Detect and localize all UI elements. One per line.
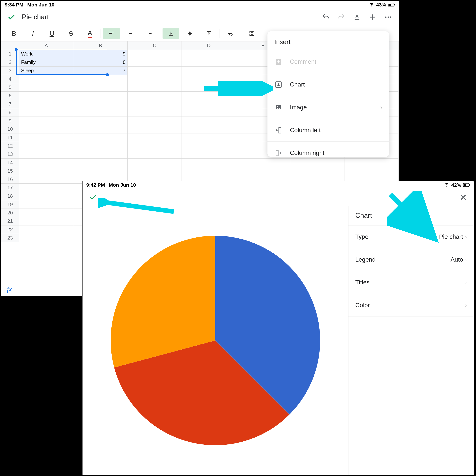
- text-format-icon[interactable]: [352, 12, 362, 22]
- cell[interactable]: [19, 92, 73, 100]
- cell[interactable]: [182, 150, 236, 158]
- row-header[interactable]: 18: [1, 192, 19, 200]
- insert-item-column-left[interactable]: Column left: [268, 119, 389, 141]
- cell[interactable]: [182, 75, 236, 83]
- cell[interactable]: [73, 167, 128, 175]
- cell[interactable]: [19, 209, 73, 217]
- cell[interactable]: [182, 167, 236, 175]
- cell[interactable]: [128, 50, 182, 58]
- plus-icon[interactable]: [367, 12, 378, 22]
- cell[interactable]: [128, 75, 182, 83]
- align-right-button[interactable]: [141, 28, 158, 39]
- cell[interactable]: 9: [73, 50, 128, 58]
- cell[interactable]: [19, 167, 73, 175]
- align-center-button[interactable]: [122, 28, 139, 39]
- cell[interactable]: [128, 67, 182, 75]
- cell[interactable]: Family: [19, 58, 73, 67]
- row-header[interactable]: 2: [1, 58, 19, 67]
- cell[interactable]: [128, 167, 182, 175]
- cell[interactable]: [128, 158, 182, 167]
- undo-icon[interactable]: [321, 12, 331, 22]
- cell[interactable]: [182, 158, 236, 167]
- cell[interactable]: [73, 134, 128, 142]
- done-check-icon[interactable]: [6, 12, 17, 22]
- row-header[interactable]: 4: [1, 75, 19, 83]
- row-header[interactable]: 12: [1, 142, 19, 150]
- row-header[interactable]: 23: [1, 234, 19, 242]
- cell[interactable]: 7: [73, 67, 128, 75]
- row-header[interactable]: 8: [1, 108, 19, 117]
- cell[interactable]: [182, 117, 236, 125]
- fx-icon[interactable]: fx: [1, 282, 18, 296]
- insert-item-image[interactable]: Image›: [268, 96, 389, 119]
- cell[interactable]: [128, 134, 182, 142]
- cell[interactable]: [73, 117, 128, 125]
- row-header[interactable]: 1: [1, 50, 19, 58]
- insert-item-column-right[interactable]: Column right: [268, 141, 389, 157]
- row-header[interactable]: 7: [1, 100, 19, 108]
- cell[interactable]: [128, 150, 182, 158]
- cell[interactable]: [19, 75, 73, 83]
- cell[interactable]: [182, 142, 236, 150]
- cell[interactable]: [19, 134, 73, 142]
- col-header[interactable]: D: [182, 41, 236, 50]
- cell[interactable]: [19, 158, 73, 167]
- cell[interactable]: [344, 167, 398, 175]
- cell[interactable]: [182, 134, 236, 142]
- valign-bottom-button[interactable]: [163, 28, 179, 39]
- valign-middle-button[interactable]: [182, 28, 198, 39]
- cell[interactable]: [73, 125, 128, 134]
- bold-button[interactable]: B: [5, 28, 22, 39]
- row-header[interactable]: 20: [1, 209, 19, 217]
- italic-button[interactable]: I: [25, 28, 41, 39]
- row-header[interactable]: 16: [1, 175, 19, 184]
- cell[interactable]: [236, 167, 290, 175]
- cell[interactable]: [182, 67, 236, 75]
- cell[interactable]: [19, 125, 73, 134]
- cell[interactable]: [128, 100, 182, 108]
- document-title[interactable]: Pie chart: [22, 13, 49, 21]
- cell[interactable]: [19, 217, 73, 225]
- col-header[interactable]: B: [73, 41, 128, 50]
- row-header[interactable]: 19: [1, 200, 19, 209]
- more-icon[interactable]: [383, 12, 393, 22]
- row-header[interactable]: 5: [1, 83, 19, 92]
- redo-icon[interactable]: [336, 12, 347, 22]
- insert-item-chart[interactable]: Chart: [268, 73, 389, 96]
- cell[interactable]: Work: [19, 50, 73, 58]
- chart-option-type[interactable]: TypePie chart›: [348, 225, 474, 248]
- chart-option-titles[interactable]: Titles›: [348, 271, 474, 294]
- merge-button[interactable]: [243, 28, 260, 39]
- cell[interactable]: [182, 92, 236, 100]
- row-header[interactable]: 11: [1, 134, 19, 142]
- row-header[interactable]: 15: [1, 167, 19, 175]
- cell[interactable]: [73, 83, 128, 92]
- cell[interactable]: [19, 108, 73, 117]
- row-header[interactable]: 22: [1, 225, 19, 234]
- cell[interactable]: [290, 167, 344, 175]
- chart-option-color[interactable]: Color›: [348, 294, 474, 317]
- cell[interactable]: [128, 58, 182, 67]
- cell[interactable]: [19, 100, 73, 108]
- cell[interactable]: [19, 200, 73, 209]
- cell[interactable]: [19, 117, 73, 125]
- cell[interactable]: [128, 117, 182, 125]
- confirm-check-icon[interactable]: [88, 192, 98, 203]
- underline-button[interactable]: U: [44, 28, 60, 39]
- cell[interactable]: [73, 92, 128, 100]
- cell[interactable]: [19, 150, 73, 158]
- col-header[interactable]: A: [19, 41, 73, 50]
- cell[interactable]: [73, 158, 128, 167]
- cell[interactable]: [73, 100, 128, 108]
- cell[interactable]: [19, 192, 73, 200]
- cell[interactable]: [182, 100, 236, 108]
- align-left-button[interactable]: [103, 28, 120, 39]
- cell[interactable]: [290, 158, 344, 167]
- cell[interactable]: [19, 142, 73, 150]
- cell[interactable]: [128, 92, 182, 100]
- wrap-button[interactable]: [222, 28, 239, 39]
- cell[interactable]: [182, 50, 236, 58]
- cell[interactable]: [73, 108, 128, 117]
- chart-option-legend[interactable]: LegendAuto›: [348, 248, 474, 271]
- cell[interactable]: [182, 108, 236, 117]
